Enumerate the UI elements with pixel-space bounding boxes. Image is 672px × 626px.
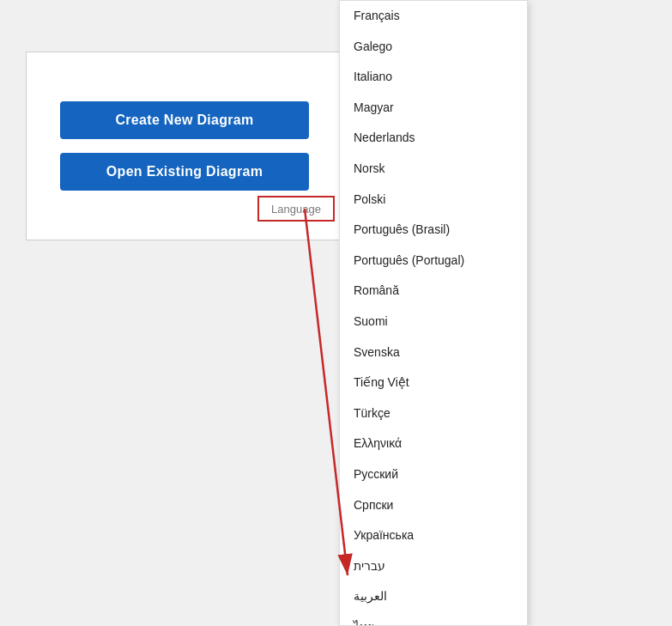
dropdown-item-polski[interactable]: Polski [340, 185, 527, 216]
dropdown-item-portugues-brasil[interactable]: Português (Brasil) [340, 215, 527, 246]
dropdown-item-ukrainian[interactable]: Українська [340, 520, 527, 551]
dropdown-item-portugues-portugal[interactable]: Português (Portugal) [340, 246, 527, 277]
dropdown-item-suomi[interactable]: Suomi [340, 307, 527, 337]
dropdown-item-galego[interactable]: Galego [340, 32, 527, 63]
dropdown-item-norsk[interactable]: Norsk [340, 154, 527, 185]
language-selector-label: Language [271, 203, 321, 216]
dropdown-item-russian[interactable]: Русский [340, 459, 527, 490]
dropdown-item-hebrew[interactable]: עברית [340, 551, 527, 582]
create-new-diagram-button[interactable]: Create New Diagram [60, 101, 309, 139]
language-dropdown: FrançaisGalegoItalianoMagyarNederlandsNo… [339, 0, 528, 626]
dropdown-item-ellnika[interactable]: Ελληνικά [340, 428, 527, 459]
dropdown-item-srpski[interactable]: Српски [340, 490, 527, 521]
dropdown-item-turkce[interactable]: Türkçe [340, 398, 527, 429]
dropdown-item-thai[interactable]: ไทย [340, 612, 527, 626]
language-selector[interactable]: Language [257, 196, 335, 222]
dropdown-item-romana[interactable]: Română [340, 276, 527, 307]
dropdown-item-nederlands[interactable]: Nederlands [340, 123, 527, 154]
dropdown-item-magyar[interactable]: Magyar [340, 93, 527, 124]
dropdown-item-arabic[interactable]: العربية [340, 581, 527, 612]
dropdown-item-francais[interactable]: Français [340, 1, 527, 32]
dropdown-item-svenska[interactable]: Svenska [340, 337, 527, 368]
open-existing-diagram-button[interactable]: Open Existing Diagram [60, 153, 309, 191]
dropdown-item-italiano[interactable]: Italiano [340, 62, 527, 93]
dropdown-item-tieng-viet[interactable]: Tiếng Việt [340, 368, 527, 398]
